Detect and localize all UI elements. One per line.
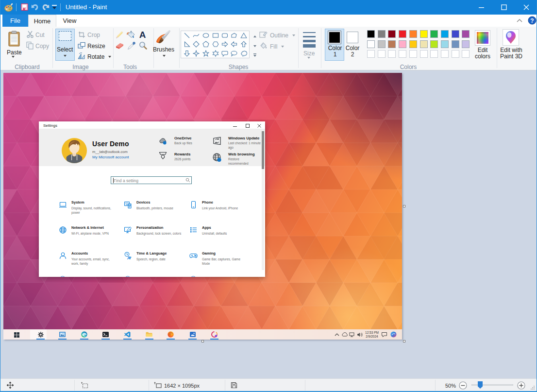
- svg-text:?: ?: [530, 17, 534, 24]
- svg-text:A: A: [139, 30, 146, 39]
